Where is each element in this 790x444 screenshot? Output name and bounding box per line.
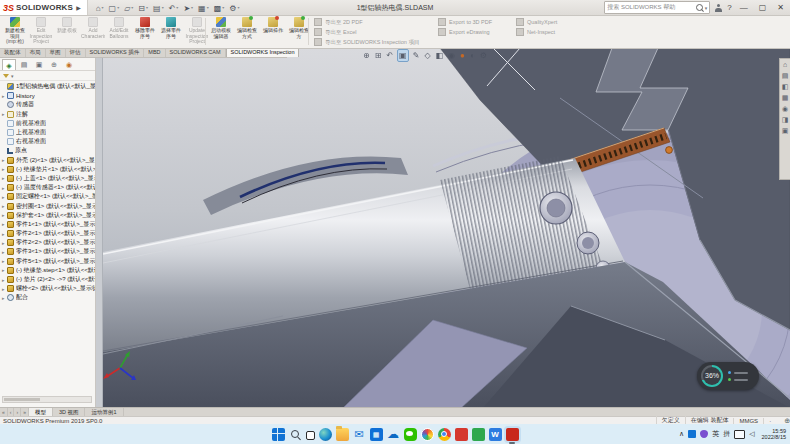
panel-tab[interactable]: ⊕ bbox=[47, 59, 61, 70]
commandmanager-tab[interactable]: MBD bbox=[144, 48, 165, 57]
ribbon-button[interactable]: 新建模板 bbox=[55, 16, 79, 47]
help-button[interactable]: ? bbox=[727, 3, 731, 12]
export-button[interactable]: Export to 3D PDF bbox=[438, 18, 510, 26]
tree-item[interactable]: ▸ 零件1<1> (默认<<默认>_显示状态 bbox=[0, 220, 95, 229]
taskbar-app-icon[interactable] bbox=[455, 428, 468, 441]
task-pane-tab[interactable]: ◧ bbox=[782, 83, 789, 91]
ribbon-button[interactable]: Add/Edit Balloons bbox=[107, 16, 131, 47]
tree-item[interactable]: ▸ 螺栓<2> (默认<<默认>_显示状态 bbox=[0, 284, 95, 293]
quick-access-button[interactable]: ▱ bbox=[124, 0, 133, 16]
tab-nav-arrow[interactable]: « bbox=[0, 408, 8, 416]
tree-item[interactable]: ▸ (-) 垫片 (2)<2> ->? (默认<<默认 bbox=[0, 275, 95, 284]
logo-flyout-arrow[interactable]: ▶ bbox=[76, 4, 81, 11]
view-tool-icon[interactable]: ◐ bbox=[469, 50, 476, 61]
taskbar-app-icon[interactable]: W bbox=[489, 428, 502, 441]
tree-item[interactable]: ▸ 原点 bbox=[0, 146, 95, 155]
document-tab[interactable]: 模型 bbox=[29, 408, 53, 416]
taskbar-app-icon[interactable] bbox=[319, 428, 332, 441]
tree-item[interactable]: ▸ 零件2<1> (默认<<默认>_显示状态 bbox=[0, 229, 95, 238]
view-tool-icon[interactable]: ◇ bbox=[423, 50, 431, 61]
tab-nav-arrow[interactable]: ‹ bbox=[8, 408, 15, 416]
export-button[interactable]: 导出至 Excel bbox=[314, 28, 432, 36]
task-pane-tab[interactable]: ◨ bbox=[782, 116, 789, 124]
task-pane-tab[interactable]: ▦ bbox=[782, 94, 789, 102]
tree-item[interactable]: ▸ 固定螺栓<1> (默认<<默认>_显示状 bbox=[0, 192, 95, 201]
export-button[interactable]: 导出至 SOLIDWORKS Inspection 项目 bbox=[314, 38, 432, 46]
taskbar-app-icon[interactable] bbox=[289, 428, 302, 441]
tree-item[interactable]: ▸ 右视基准面 bbox=[0, 137, 95, 146]
export-button[interactable]: QualityXpert bbox=[516, 18, 582, 26]
ribbon-button[interactable]: Add Characteristic bbox=[81, 16, 105, 47]
search-icon[interactable] bbox=[696, 4, 703, 11]
ribbon-button[interactable]: 编辑检查方式 bbox=[235, 16, 259, 47]
commandmanager-tab[interactable]: 评估 bbox=[66, 48, 86, 57]
taskbar-app-icon[interactable]: ☁ bbox=[387, 428, 400, 441]
user-account-icon[interactable] bbox=[715, 4, 722, 12]
ribbon-button[interactable]: Edit Inspection Project bbox=[29, 16, 53, 47]
ribbon-button[interactable]: 新建检查项目 (imp:检) bbox=[3, 16, 27, 47]
search-dropdown-arrow[interactable]: ▾ bbox=[705, 5, 708, 11]
taskbar-app-icon[interactable]: ✉ bbox=[353, 428, 366, 441]
view-tool-icon[interactable]: ⚙ bbox=[479, 50, 488, 61]
taskbar-app-icon[interactable] bbox=[506, 428, 519, 441]
panel-splitter[interactable] bbox=[96, 58, 103, 407]
tray-icon[interactable]: ∧ bbox=[679, 424, 684, 444]
quick-access-button[interactable]: ▦ bbox=[198, 0, 209, 16]
panel-tab[interactable]: ▣ bbox=[32, 59, 46, 70]
tray-icon[interactable]: 英 bbox=[712, 424, 719, 444]
tree-item[interactable]: ▸ History bbox=[0, 91, 95, 100]
ribbon-button[interactable]: 启动模板编辑器 bbox=[209, 16, 233, 47]
tree-item[interactable]: ▸ (-) 绝缘垫.step<1> (默认<<默认 bbox=[0, 266, 95, 275]
quick-access-button[interactable]: ⚙ bbox=[229, 0, 239, 16]
taskbar-app-icon[interactable] bbox=[421, 428, 434, 441]
view-tool-icon[interactable]: ▣ bbox=[397, 49, 409, 62]
export-button[interactable]: Export eDrawing bbox=[438, 28, 510, 36]
ribbon-button[interactable]: 选择零件序号 bbox=[159, 16, 183, 47]
quick-access-button[interactable]: ▢ bbox=[109, 0, 120, 16]
ribbon-button[interactable]: 移除零件序号 bbox=[133, 16, 157, 47]
tree-item[interactable]: ▸ 传感器 bbox=[0, 100, 95, 109]
tray-icon[interactable] bbox=[688, 430, 696, 438]
view-tool-icon[interactable]: ◉ bbox=[447, 50, 456, 61]
zoom-overlay[interactable]: 36% bbox=[697, 362, 759, 390]
commandmanager-tab[interactable]: 草图 bbox=[46, 48, 66, 57]
filter-dropdown-arrow[interactable]: ▾ bbox=[11, 73, 14, 79]
quick-access-button[interactable]: ▤ bbox=[153, 0, 164, 16]
taskbar-app-icon[interactable] bbox=[306, 431, 315, 440]
export-button[interactable]: Net-Inspect bbox=[516, 28, 582, 36]
commandmanager-tab[interactable]: SOLIDWORKS CAM bbox=[166, 48, 226, 57]
search-input[interactable]: 搜索 SOLIDWORKS 帮助 ▾ bbox=[604, 1, 710, 14]
tray-icon[interactable]: ◁ bbox=[749, 424, 754, 444]
tree-filter-row[interactable]: ▾ bbox=[0, 71, 95, 81]
ribbon-button[interactable]: 编辑操作 bbox=[261, 16, 285, 47]
taskbar-app-icon[interactable]: ▦ bbox=[370, 428, 383, 441]
tree-horizontal-scrollbar[interactable] bbox=[2, 396, 92, 403]
quick-access-button[interactable]: ⊟ bbox=[138, 0, 148, 16]
tray-icon[interactable]: 拼 bbox=[723, 424, 730, 444]
commandmanager-tab[interactable]: 装配体 bbox=[0, 48, 26, 57]
view-tool-icon[interactable]: ⊞ bbox=[374, 50, 383, 61]
taskbar-app-icon[interactable] bbox=[336, 428, 349, 441]
tree-item[interactable]: ▸ 零件2<2> (默认<<默认>_显示状态 bbox=[0, 238, 95, 247]
tree-item[interactable]: ▸ 零件3<1> (默认<<默认>_显示状态 bbox=[0, 247, 95, 256]
tree-item[interactable]: ▸ 零件5<1> (默认<<默认>_显示状态 bbox=[0, 257, 95, 266]
tree-item[interactable]: ▸ 1型铝轴热电偶 (默认<默认_显示状态-1 bbox=[0, 82, 95, 91]
document-tab[interactable]: 运动算例1 bbox=[85, 408, 123, 416]
taskbar-app-icon[interactable] bbox=[438, 428, 451, 441]
export-button[interactable]: 导出至 2D PDF bbox=[314, 18, 432, 26]
view-tool-icon[interactable]: ● bbox=[459, 50, 466, 61]
tree-item[interactable]: ▸ 密封圈<1> (默认<<默认>_显示状 bbox=[0, 201, 95, 210]
minimize-button[interactable]: — bbox=[737, 1, 751, 14]
viewport-3d-model[interactable] bbox=[103, 48, 790, 408]
tree-item[interactable]: ▸ 保护套<1> (默认<<默认>_显示状 bbox=[0, 211, 95, 220]
quick-access-button[interactable]: ▩ bbox=[214, 0, 225, 16]
tray-icon[interactable] bbox=[734, 430, 745, 439]
tree-item[interactable]: ▸ (-) 温度传感器<1> (默认<<默认>_ bbox=[0, 183, 95, 192]
view-tool-icon[interactable]: ↶ bbox=[385, 50, 394, 61]
close-button[interactable]: ✕ bbox=[774, 1, 787, 14]
task-pane-tab[interactable]: ◉ bbox=[782, 105, 788, 113]
quick-access-button[interactable]: ⌂ bbox=[96, 0, 104, 16]
commandmanager-tab[interactable]: SOLIDWORKS 插件 bbox=[86, 48, 145, 57]
scrollbar-thumb[interactable] bbox=[4, 398, 40, 401]
tree-item[interactable]: ▸ (-) 绝缘垫片<1> (默认<<默认>_显 bbox=[0, 165, 95, 174]
